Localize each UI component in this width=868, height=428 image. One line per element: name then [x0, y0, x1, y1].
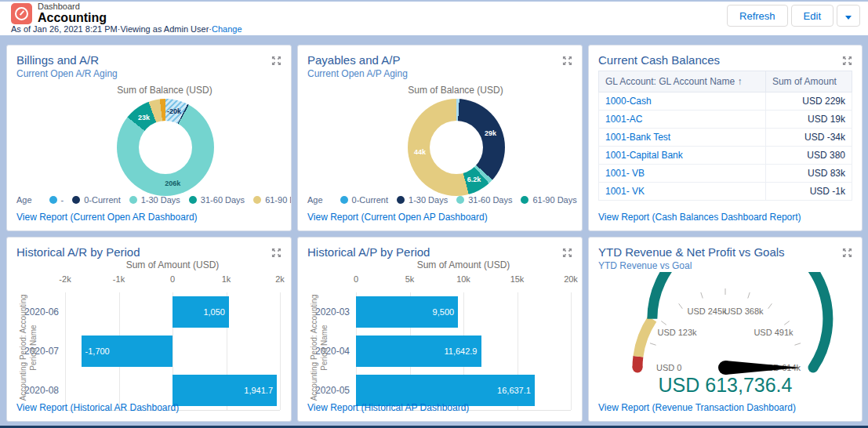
x-tick-label: 20k	[564, 274, 578, 284]
legend-label: 0-Current	[84, 195, 120, 205]
dashboard-header: Dashboard Accounting As of Jan 26, 2021 …	[0, 2, 868, 35]
legend-item: 0-Current	[340, 195, 388, 205]
gauge-endcap	[633, 363, 643, 373]
change-link[interactable]: Change	[212, 24, 242, 34]
refresh-button[interactable]: Refresh	[727, 5, 788, 27]
amount-cell: USD 19k	[765, 111, 852, 129]
panel-subtitle[interactable]: Current Open A/P Aging	[307, 68, 572, 79]
gauge-tick	[748, 292, 750, 299]
x-tick-label: 5k	[405, 274, 415, 284]
gauge-tick	[661, 321, 666, 325]
more-actions-button[interactable]	[837, 5, 860, 27]
x-tick-label: -2k	[59, 274, 71, 284]
expand-icon[interactable]	[562, 56, 572, 66]
gauge-tick	[650, 343, 656, 345]
view-report-link[interactable]: View Report (Current Open AP Dashboard)	[307, 212, 488, 223]
gauge-value: USD 613,736.4	[589, 374, 862, 397]
bar-value-label: 9,500	[433, 307, 455, 317]
chart-legend: Age0-Current1-30 Days31-60 Days61-90 Day…	[307, 194, 579, 205]
meta-text: As of Jan 26, 2021 8:21 PM·Viewing as Ad…	[11, 24, 212, 34]
slice-label: 206k	[165, 180, 180, 187]
legend-label: 1-30 Days	[409, 195, 448, 205]
historical-ap-chart: Sum of Amount (USD) 05k10k15k20k 9,50011…	[306, 259, 571, 410]
panel-title[interactable]: Historical A/P by Period	[307, 245, 572, 259]
chart-legend: Age-0-Current1-30 Days31-60 Days61-90 Da…	[16, 194, 288, 205]
column-header[interactable]: Sum of Amount	[765, 71, 852, 92]
revenue-gauge[interactable]: USD 0USD 123kUSD 245kUSD 368kUSD 491kUSD…	[596, 272, 855, 382]
x-axis-ticks: -2k-1k01k2k	[65, 273, 280, 287]
panel-title[interactable]: Current Cash Balances	[598, 53, 852, 67]
panel-subtitle[interactable]: Current Open A/R Aging	[16, 68, 281, 79]
gauge-segment	[638, 319, 652, 357]
x-tick-label: 1k	[222, 274, 231, 284]
gl-account-link[interactable]: 1000-Cash	[605, 96, 652, 107]
legend-dot	[397, 196, 405, 204]
legend-dot	[49, 196, 57, 204]
panel-historical-ap: Historical A/P by Period Sum of Amount (…	[297, 237, 583, 422]
table-row: 1001-ACUSD 19k	[599, 111, 852, 129]
legend-dot	[456, 196, 464, 204]
panel-historical-ar: Historical A/R by Period Sum of Amount (…	[6, 237, 292, 422]
expand-icon[interactable]	[842, 56, 852, 66]
expand-icon[interactable]	[271, 56, 281, 66]
gauge-tick-label: USD 491k	[754, 328, 794, 337]
legend-item: 0-Current	[72, 195, 120, 205]
amount-cell: USD -34k	[765, 129, 852, 147]
gauge-tick	[701, 292, 703, 299]
sort-asc-icon: ↑	[735, 76, 742, 87]
panel-subtitle[interactable]: YTD Revenue vs Goal	[598, 260, 852, 271]
cash-balances-table: GL Account: GL Account Name ↑Sum of Amou…	[598, 71, 852, 201]
expand-icon[interactable]	[271, 248, 281, 258]
ar-aging-donut[interactable]: -20k206k23k	[117, 99, 214, 196]
view-report-link[interactable]: View Report (Cash Balances Dashboard Rep…	[598, 212, 801, 223]
gl-account-link[interactable]: 1001-Bank Test	[605, 132, 670, 143]
edit-button[interactable]: Edit	[791, 5, 833, 27]
object-type-label: Dashboard	[38, 2, 107, 11]
gauge-wrap: USD 0USD 123kUSD 245kUSD 368kUSD 491kUSD…	[589, 272, 862, 382]
chart-title: Sum of Balance (USD)	[23, 85, 292, 96]
x-tick-label: 10k	[456, 274, 470, 284]
panel-title[interactable]: YTD Revenue & Net Profit vs Goals	[598, 245, 852, 259]
plot-area: 9,50011,642.916,637.1	[356, 292, 571, 411]
gl-account-link[interactable]: 1001-AC	[605, 114, 642, 125]
legend-dot	[72, 196, 80, 204]
bar-2020-07[interactable]: -1,700	[82, 336, 173, 367]
bar-2020-06[interactable]: 1,050	[173, 296, 229, 328]
expand-icon[interactable]	[842, 248, 852, 258]
dashboard-page: Dashboard Accounting As of Jan 26, 2021 …	[0, 0, 868, 428]
panel-title[interactable]: Payables and A/P	[307, 53, 572, 67]
legend-item: 31-60 Days	[456, 195, 512, 205]
bar-value-label: 11,642.9	[444, 346, 477, 356]
amount-cell: USD 380	[765, 147, 852, 165]
legend-label: 31-60 Days	[468, 195, 512, 205]
bar-2020-05[interactable]: 16,637.1	[356, 375, 535, 406]
bar-2020-08[interactable]: 1,941.7	[173, 375, 277, 406]
x-tick-label: -1k	[113, 274, 125, 284]
panel-title[interactable]: Historical A/R by Period	[16, 245, 281, 259]
legend-title: Age	[16, 195, 32, 205]
legend-dot	[189, 196, 197, 204]
table-row: 1001- VBUSD 83k	[599, 165, 852, 183]
panel-title[interactable]: Billings and A/R	[16, 53, 281, 67]
view-report-link[interactable]: View Report (Historical AR Dashboard)	[16, 402, 179, 413]
gl-account-link[interactable]: 1001- VB	[605, 168, 645, 179]
gl-account-link[interactable]: 1001- VK	[605, 186, 645, 197]
column-header[interactable]: GL Account: GL Account Name ↑	[599, 71, 766, 92]
ap-aging-donut[interactable]: 29k6.2k44k	[408, 99, 505, 196]
gauge-tick-label: USD 368k	[724, 306, 764, 316]
gl-account-link[interactable]: 1001-Capital Bank	[605, 150, 683, 161]
legend-label: 1-30 Days	[141, 195, 180, 205]
table-row: 1000-CashUSD 229k	[599, 92, 852, 111]
view-report-link[interactable]: View Report (Historical AP Dashboard)	[307, 402, 469, 413]
amount-cell: USD 83k	[765, 165, 852, 183]
bar-2020-04[interactable]: 11,642.9	[356, 336, 481, 367]
view-report-link[interactable]: View Report (Current Open AR Dashboard)	[16, 212, 198, 223]
expand-icon[interactable]	[562, 248, 572, 258]
bar-value-label: -1,700	[85, 346, 110, 356]
slice-label: 6.2k	[467, 176, 481, 183]
view-report-link[interactable]: View Report (Revenue Transaction Dashboa…	[598, 402, 796, 413]
x-tick-label: 0	[354, 274, 358, 284]
bar-2020-03[interactable]: 9,500	[356, 296, 458, 328]
bar-value-label: 1,941.7	[244, 386, 273, 395]
panel-billings-ar: Billings and A/R Current Open A/R Aging …	[6, 45, 292, 231]
